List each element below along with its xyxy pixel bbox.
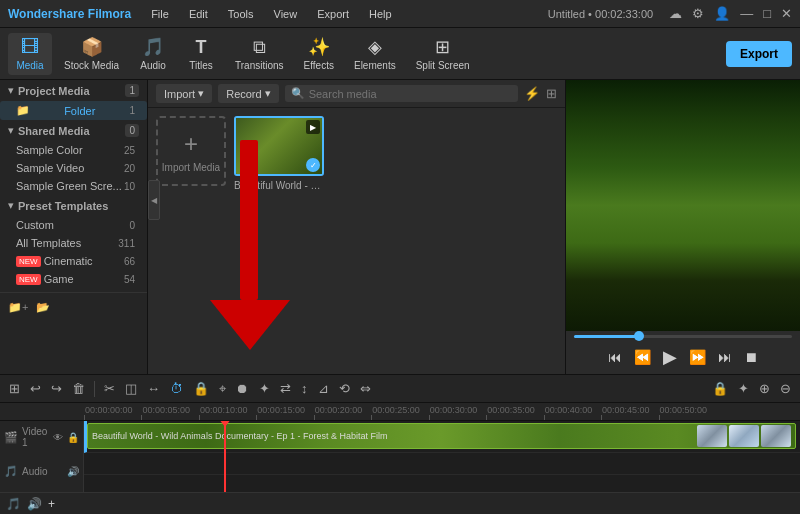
tool-media[interactable]: 🎞 Media — [8, 33, 52, 75]
sidebar-item-sample-video[interactable]: Sample Video 20 — [0, 159, 147, 177]
clip-thumb-3 — [761, 425, 791, 447]
sidebar-item-sample-color[interactable]: Sample Color 25 — [0, 141, 147, 159]
audio-btn[interactable]: ⊿ — [315, 379, 332, 398]
sidebar-item-cinematic[interactable]: NEW Cinematic 66 — [0, 252, 147, 270]
magnet-btn[interactable]: ✦ — [735, 379, 752, 398]
split-tool-btn[interactable]: ⊞ — [6, 379, 23, 398]
settings-icon[interactable]: ⚙ — [692, 6, 704, 21]
tool-split-screen[interactable]: ⊞ Split Screen — [408, 32, 478, 75]
tool-transitions[interactable]: ⧉ Transitions — [227, 33, 292, 75]
add-folder-icon[interactable]: 📁+ — [8, 301, 28, 314]
search-input[interactable] — [309, 88, 512, 100]
menu-view[interactable]: View — [270, 6, 302, 22]
record-tl-btn[interactable]: ⏺ — [233, 379, 252, 398]
reverse-btn[interactable]: ⇄ — [277, 379, 294, 398]
menu-file[interactable]: File — [147, 6, 173, 22]
redo-btn[interactable]: ↪ — [48, 379, 65, 398]
audio-track-row[interactable] — [84, 453, 800, 475]
menu-help[interactable]: Help — [365, 6, 396, 22]
menu-tools[interactable]: Tools — [224, 6, 258, 22]
grid-icon[interactable]: ⊞ — [546, 86, 557, 101]
audio-mute-btn[interactable]: 🔊 — [27, 497, 42, 511]
folder-icon-2[interactable]: 📂 — [36, 301, 50, 314]
sample-video-count: 20 — [124, 163, 135, 174]
skip-forward-btn[interactable]: ⏭ — [716, 347, 734, 367]
sidebar-item-all-templates[interactable]: All Templates 311 — [0, 234, 147, 252]
minimize-icon[interactable]: — — [740, 6, 753, 21]
sidebar-section-shared-media[interactable]: ▾ Shared Media 0 — [0, 120, 147, 141]
collapse-panel-btn[interactable]: ◀ — [148, 180, 160, 220]
import-button[interactable]: Import ▾ — [156, 84, 212, 103]
cloud-icon[interactable]: ☁ — [669, 6, 682, 21]
eye-icon[interactable]: 👁 — [53, 432, 63, 443]
lock-track-icon[interactable]: 🔒 — [67, 432, 79, 443]
menu-export[interactable]: Export — [313, 6, 353, 22]
chevron-down-icon: ▾ — [8, 84, 14, 97]
audio-track-icon: 🎵 — [4, 465, 18, 478]
tool-transitions-label: Transitions — [235, 60, 284, 71]
track-headers: 🎬 Video 1 👁 🔒 🎵 Audio 🔊 — [0, 421, 84, 492]
ruler-marks: 00:00:00:00 00:00:05:00 00:00:10:00 00:0… — [84, 405, 716, 420]
freeze-btn[interactable]: 🔒 — [190, 379, 212, 398]
sidebar: ▾ Project Media 1 📁 Folder 1 ▾ Shared Me… — [0, 80, 148, 374]
transform-btn[interactable]: ⌖ — [216, 379, 229, 399]
stop-btn[interactable]: ⏹ — [742, 347, 760, 367]
record-button[interactable]: Record ▾ — [218, 84, 278, 103]
section-shared-count: 0 — [125, 124, 139, 137]
zoom-out-btn[interactable]: ⊖ — [777, 379, 794, 398]
preview-progress-bar[interactable] — [574, 335, 792, 338]
playhead[interactable] — [224, 421, 226, 492]
cut-btn[interactable]: ✂ — [101, 379, 118, 398]
menu-edit[interactable]: Edit — [185, 6, 212, 22]
crop-btn[interactable]: ◫ — [122, 379, 140, 398]
fast-forward-btn[interactable]: ⏩ — [687, 347, 708, 367]
tool-stock[interactable]: 📦 Stock Media — [56, 32, 127, 75]
rewind-btn[interactable]: ⏪ — [632, 347, 653, 367]
ruler-mark-0: 00:00:00:00 — [84, 405, 141, 420]
section-project-media-label: Project Media — [18, 85, 90, 97]
folder-count: 1 — [129, 105, 135, 116]
section-preset-label: Preset Templates — [18, 200, 108, 212]
account-icon[interactable]: 👤 — [714, 6, 730, 21]
zoom-in-btn[interactable]: ⊕ — [756, 379, 773, 398]
check-overlay-icon: ✓ — [306, 158, 320, 172]
play-btn[interactable]: ▶ — [661, 344, 679, 370]
lock-tl-btn[interactable]: 🔒 — [709, 379, 731, 398]
video-clip[interactable]: Beautiful World - Wild Animals Documenta… — [87, 423, 796, 449]
sidebar-item-game[interactable]: NEW Game 54 — [0, 270, 147, 288]
import-media-button[interactable]: + Import Media — [156, 116, 226, 186]
preview-panel: ⏮ ⏪ ▶ ⏩ ⏭ ⏹ — [565, 80, 800, 374]
custom-label: Custom — [16, 219, 54, 231]
filter-icon[interactable]: ⚡ — [524, 86, 540, 101]
close-icon[interactable]: ✕ — [781, 6, 792, 21]
video-track-row[interactable]: Beautiful World - Wild Animals Documenta… — [84, 421, 800, 453]
maximize-icon[interactable]: □ — [763, 6, 771, 21]
tool-audio[interactable]: 🎵 Audio — [131, 32, 175, 75]
rotate-btn[interactable]: ⟲ — [336, 379, 353, 398]
tool-titles[interactable]: T Titles — [179, 33, 223, 75]
timer-btn[interactable]: ⏱ — [167, 379, 186, 398]
skip-back-btn[interactable]: ⏮ — [606, 347, 624, 367]
delete-btn[interactable]: 🗑 — [69, 379, 88, 398]
tool-elements[interactable]: ◈ Elements — [346, 32, 404, 75]
clip-thumbnails — [697, 425, 791, 447]
speed-btn[interactable]: ↔ — [144, 379, 163, 398]
sidebar-section-preset[interactable]: ▾ Preset Templates — [0, 195, 147, 216]
mirror-btn[interactable]: ⇔ — [357, 379, 374, 398]
media-item-beautiful-world[interactable]: ▶ ✓ Beautiful World - Wild A... — [234, 116, 324, 191]
ruler-mark-2: 00:00:10:00 — [199, 405, 256, 420]
audio-mute-icon[interactable]: 🔊 — [67, 466, 79, 477]
tool-effects[interactable]: ✨ Effects — [296, 32, 342, 75]
sidebar-item-custom[interactable]: Custom 0 — [0, 216, 147, 234]
sidebar-item-sample-green[interactable]: Sample Green Scre... 10 — [0, 177, 147, 195]
media-item-label: Beautiful World - Wild A... — [234, 180, 324, 191]
media-grid: + Import Media ▶ ✓ Beautiful World - Wil… — [148, 108, 565, 374]
add-audio-btn[interactable]: + — [48, 497, 55, 511]
titles-icon: T — [196, 37, 207, 58]
undo-btn[interactable]: ↩ — [27, 379, 44, 398]
export-button[interactable]: Export — [726, 41, 792, 67]
pitch-btn[interactable]: ↕ — [298, 379, 311, 398]
sidebar-item-folder[interactable]: 📁 Folder 1 — [0, 101, 147, 120]
sidebar-section-project-media[interactable]: ▾ Project Media 1 — [0, 80, 147, 101]
effect-btn[interactable]: ✦ — [256, 379, 273, 398]
